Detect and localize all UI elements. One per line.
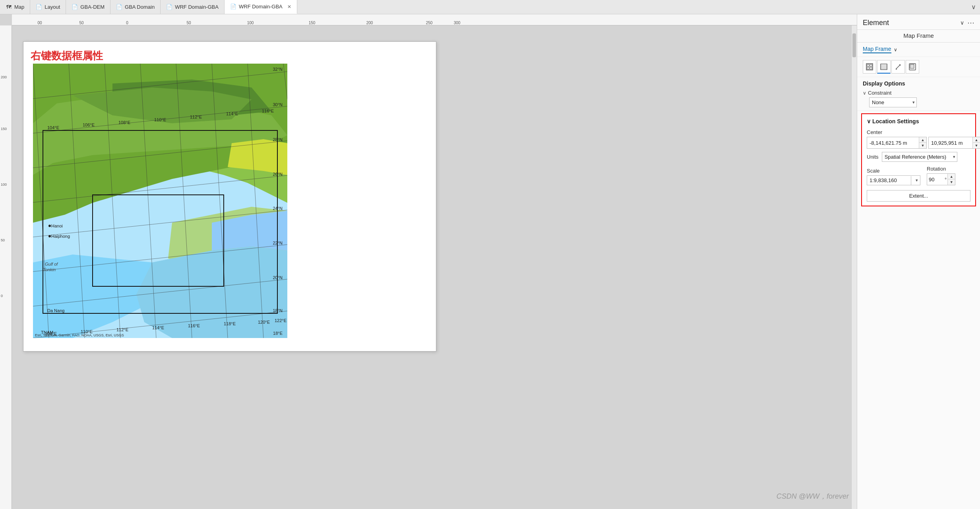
svg-text:116°E: 116°E <box>188 323 200 328</box>
toolbar-icon-btn-4[interactable] <box>906 60 919 74</box>
extent-button[interactable]: Extent... <box>867 190 970 202</box>
svg-text:Hanoi: Hanoi <box>51 223 63 228</box>
tab-wrf2[interactable]: 📄 WRF Domain-GBA ✕ <box>225 0 297 14</box>
center-x-down[interactable]: ▼ <box>919 143 926 148</box>
svg-text:106°E: 106°E <box>83 122 95 127</box>
center-y-input[interactable] <box>929 138 972 148</box>
svg-text:24°N: 24°N <box>273 206 283 211</box>
location-settings-collapse-arrow: ∨ <box>867 118 871 124</box>
center-x-spinners: ▲ ▼ <box>919 137 926 148</box>
ruler-top: 00 50 0 50 100 150 200 250 300 <box>12 14 857 25</box>
svg-text:114°E: 114°E <box>152 325 164 330</box>
tab-wrf2-close[interactable]: ✕ <box>287 4 291 10</box>
scrollbar-thumb[interactable] <box>852 33 856 57</box>
center-y-wrapper: ▲ ▼ <box>928 137 980 149</box>
svg-point-55 <box>48 225 51 227</box>
svg-text:120°E: 120°E <box>258 320 270 324</box>
svg-text:108°E: 108°E <box>118 120 130 125</box>
map-frame-chevron-icon[interactable]: ∨ <box>894 47 897 52</box>
units-select-wrapper: Spatial Reference (Meters) Points Inches… <box>882 152 957 162</box>
svg-text:116°E: 116°E <box>262 109 274 113</box>
constraint-label: Constraint <box>868 90 891 96</box>
right-panel: Element ∨ ⋯ Map Frame Map Frame ∨ <box>857 14 980 509</box>
toolbar-icon-btn-3[interactable] <box>891 60 905 74</box>
wrf2-tab-icon: 📄 <box>230 4 236 10</box>
rotation-down[interactable]: ▼ <box>948 179 955 185</box>
panel-menu-button[interactable]: ⋯ <box>967 18 974 27</box>
svg-text:30°N: 30°N <box>273 102 283 107</box>
center-y-up[interactable]: ▲ <box>973 137 980 143</box>
center-section: Center ▲ ▼ ▲ ▼ <box>867 129 970 149</box>
constraint-select[interactable]: None Range Extent <box>869 97 917 107</box>
scale-select[interactable] <box>911 176 920 185</box>
svg-text:32°N: 32°N <box>273 67 283 72</box>
svg-point-56 <box>48 235 51 237</box>
center-x-up[interactable]: ▲ <box>919 137 926 143</box>
svg-text:110°E: 110°E <box>154 117 166 122</box>
tab-map[interactable]: 🗺 Map <box>0 0 30 14</box>
svg-text:28°N: 28°N <box>273 137 283 142</box>
ruler-tick-7: 250 <box>426 21 433 25</box>
constraint-row: ∨ Constraint <box>863 90 974 96</box>
rotation-unit: ° <box>945 177 947 183</box>
tab-layout[interactable]: 📄 Layout <box>30 0 66 14</box>
ruler-left: 200 150 100 50 0 <box>0 25 12 509</box>
ruler-tick-0: 00 <box>37 21 42 25</box>
constraint-input-row: None Range Extent <box>863 97 974 107</box>
wrf1-tab-icon: 📄 <box>166 4 172 10</box>
gba-domain-tab-icon: 📄 <box>116 4 122 10</box>
tab-gba-dem-label: GBA-DEM <box>80 4 105 10</box>
rotation-input[interactable] <box>927 175 945 184</box>
center-y-down[interactable]: ▼ <box>973 143 980 148</box>
location-settings-box: ∨ Location Settings Center ▲ ▼ <box>861 113 976 206</box>
toolbar-icon-btn-2[interactable] <box>877 60 891 74</box>
scale-rotation-row: Scale Rotation ° <box>867 166 970 185</box>
svg-rect-67 <box>881 64 887 70</box>
map-image: 32°N 30°N 28°N 26°N 24°N 22°N 20°N 18°N … <box>33 64 287 338</box>
ruler-tick-1: 50 <box>79 21 83 25</box>
ruler-tick-5: 150 <box>309 21 316 25</box>
map-frame-row: Map Frame ∨ <box>857 43 980 57</box>
svg-text:26°N: 26°N <box>273 172 283 177</box>
center-y-spinners: ▲ ▼ <box>972 137 980 148</box>
tab-bar: 🗺 Map 📄 Layout 📄 GBA-DEM 📄 GBA Domain 📄 … <box>0 0 980 14</box>
tab-wrf1-label: WRF Domain-GBA <box>175 4 219 10</box>
svg-text:Da Nang: Da Nang <box>47 308 64 313</box>
ruler-tick-3: 50 <box>186 21 191 25</box>
panel-collapse-button[interactable]: ∨ <box>960 19 964 26</box>
location-settings-label: Location Settings <box>872 118 919 124</box>
toolbar-icon-btn-1[interactable] <box>863 60 876 74</box>
panel-title: Element <box>863 19 889 27</box>
tab-layout-label: Layout <box>45 4 60 10</box>
tab-wrf1[interactable]: 📄 WRF Domain-GBA <box>161 0 225 14</box>
scale-input[interactable] <box>867 176 911 185</box>
map-frame-label[interactable]: Map Frame <box>863 46 891 53</box>
tab-overflow-button[interactable]: ∨ <box>967 3 980 11</box>
scrollbar-vertical[interactable] <box>851 25 857 509</box>
svg-text:114°E: 114°E <box>226 111 238 116</box>
svg-text:118°E: 118°E <box>224 321 236 326</box>
rotation-up[interactable]: ▲ <box>948 174 955 179</box>
svg-text:112°E: 112°E <box>116 327 128 332</box>
ruler-v-tick-0: 200 <box>0 75 7 79</box>
units-select[interactable]: Spatial Reference (Meters) Points Inches… <box>882 152 957 162</box>
svg-rect-66 <box>870 67 872 69</box>
panel-header-controls: ∨ ⋯ <box>960 18 974 27</box>
center-x-input[interactable] <box>867 138 919 148</box>
tab-gba-dem[interactable]: 📄 GBA-DEM <box>66 0 110 14</box>
ruler-v-tick-3: 50 <box>0 238 5 242</box>
svg-text:Haiphong: Haiphong <box>51 234 70 239</box>
svg-text:122°E: 122°E <box>275 318 287 323</box>
ruler-tick-8: 300 <box>454 21 461 25</box>
layout-page: 右键数据框属性 <box>23 41 436 352</box>
tab-gba-domain[interactable]: 📄 GBA Domain <box>110 0 161 14</box>
svg-text:18°E: 18°E <box>273 331 283 336</box>
scale-group: Scale <box>867 168 920 185</box>
rotation-group: Rotation ° ▲ ▼ <box>927 166 955 185</box>
ruler-v-tick-2: 100 <box>0 183 7 187</box>
map-container[interactable]: 00 50 0 50 100 150 200 250 300 200 150 1… <box>0 14 857 509</box>
svg-rect-64 <box>870 64 872 66</box>
svg-text:112°E: 112°E <box>190 115 202 119</box>
svg-text:Gulf of: Gulf of <box>45 262 58 266</box>
svg-text:Esri, TomTom, Garmin, FAO, NOA: Esri, TomTom, Garmin, FAO, NOAA, USGS, E… <box>35 333 124 337</box>
